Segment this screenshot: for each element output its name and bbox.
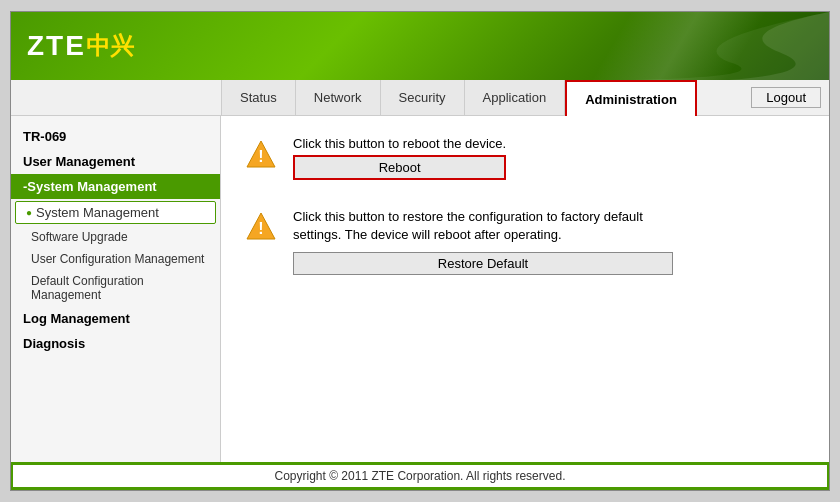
sidebar-item-sys-mgmt-header[interactable]: -System Management	[11, 174, 220, 199]
sidebar-item-user-config[interactable]: User Configuration Management	[11, 248, 220, 270]
content-area: ! Click this button to reboot the device…	[221, 116, 829, 462]
sidebar-item-system-management[interactable]: System Management	[15, 201, 216, 224]
restore-text: Click this button to restore the configu…	[293, 208, 673, 244]
nav-application[interactable]: Application	[465, 80, 566, 115]
nav-network[interactable]: Network	[296, 80, 381, 115]
nav-security[interactable]: Security	[381, 80, 465, 115]
reboot-button[interactable]: Reboot	[293, 155, 506, 180]
sidebar-item-software-upgrade[interactable]: Software Upgrade	[11, 226, 220, 248]
reboot-row: ! Click this button to reboot the device…	[245, 136, 805, 180]
warning-icon-restore: !	[245, 210, 277, 242]
warning-icon-reboot: !	[245, 138, 277, 170]
header: ZTE 中兴	[11, 12, 829, 80]
main-area: TR-069 User Management -System Managemen…	[11, 116, 829, 462]
sidebar-item-log-mgmt[interactable]: Log Management	[11, 306, 220, 331]
nav-status[interactable]: Status	[221, 80, 296, 115]
reboot-action: Click this button to reboot the device. …	[293, 136, 506, 180]
restore-default-button[interactable]: Restore Default	[293, 252, 673, 275]
nav-administration[interactable]: Administration	[565, 80, 697, 116]
reboot-text: Click this button to reboot the device.	[293, 136, 506, 151]
svg-text:!: !	[258, 148, 263, 165]
sidebar-item-default-config[interactable]: Default Configuration Management	[11, 270, 220, 306]
restore-row: ! Click this button to restore the confi…	[245, 208, 805, 275]
restore-action: Click this button to restore the configu…	[293, 208, 673, 275]
navbar: Status Network Security Application Admi…	[11, 80, 829, 116]
logo-zte: ZTE	[27, 30, 86, 62]
logo-chinese: 中兴	[86, 30, 134, 62]
copyright-text: Copyright © 2011 ZTE Corporation. All ri…	[275, 469, 566, 483]
sidebar-item-diagnosis[interactable]: Diagnosis	[11, 331, 220, 356]
footer: Copyright © 2011 ZTE Corporation. All ri…	[11, 462, 829, 490]
sidebar-item-user-mgmt[interactable]: User Management	[11, 149, 220, 174]
sidebar-item-tr069[interactable]: TR-069	[11, 124, 220, 149]
sidebar: TR-069 User Management -System Managemen…	[11, 116, 221, 462]
logout-button[interactable]: Logout	[751, 87, 821, 108]
svg-text:!: !	[258, 220, 263, 237]
footer-inner: Copyright © 2011 ZTE Corporation. All ri…	[13, 465, 827, 487]
